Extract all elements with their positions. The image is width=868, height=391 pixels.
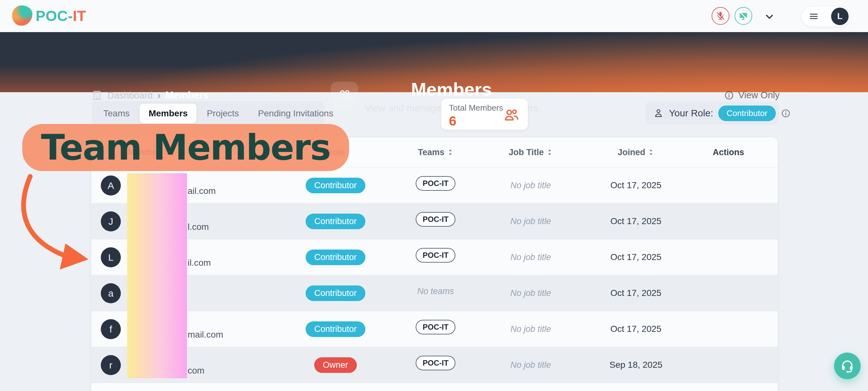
team-members-callout-text: Team Members: [41, 127, 330, 168]
your-role-label: Your Role:: [669, 108, 713, 119]
team-badge: POC-IT: [415, 356, 455, 370]
users-icon: [503, 107, 520, 123]
arrow-annotation-icon: [9, 165, 105, 273]
job-title: No job title: [510, 181, 551, 190]
joined-date: Sep 18, 2025: [610, 360, 662, 370]
chevron-down-icon: [764, 11, 775, 22]
job-title: No job title: [510, 217, 551, 226]
sort-icon: [546, 149, 553, 156]
joined-date: Oct 17, 2025: [611, 216, 661, 226]
mic-off-button[interactable]: [712, 7, 730, 25]
brand-logo-icon: [12, 5, 32, 26]
column-header-teams[interactable]: Teams: [418, 137, 454, 167]
info-icon: [724, 90, 734, 100]
role-badge: Owner: [314, 357, 357, 373]
breadcrumb-current: Members: [165, 90, 209, 101]
redaction-gradient-overlay: [127, 173, 187, 378]
total-members-card: Total Members 6: [441, 99, 528, 130]
page-title: Members: [411, 78, 492, 100]
nav-expand-button[interactable]: [763, 9, 776, 24]
sort-icon: [648, 149, 654, 156]
users-icon: [337, 88, 352, 103]
menu-icon: [809, 11, 819, 22]
avatar: a: [101, 283, 121, 303]
table-row[interactable]: J l.com Contributor POC-IT No job title …: [91, 203, 778, 239]
team-badge: No teams: [417, 286, 454, 296]
brand-name[interactable]: POC-IT: [36, 0, 86, 32]
role-badge: Contributor: [306, 286, 365, 301]
table-row[interactable]: a Contributor No teams No job title Oct …: [91, 275, 778, 311]
brand-name-primary: POC-: [36, 8, 73, 24]
joined-date: Oct 17, 2025: [611, 288, 661, 298]
organization-icon: [91, 90, 103, 101]
avatar: f: [101, 319, 121, 339]
tab-projects[interactable]: Projects: [198, 104, 248, 123]
support-fab[interactable]: [834, 353, 861, 379]
tab-members[interactable]: Members: [140, 104, 196, 123]
table-body: A ail.com Contributor POC-IT No job titl…: [91, 167, 778, 383]
table-row[interactable]: L il.com Contributor POC-IT No job title…: [91, 239, 778, 275]
view-only-label: View Only: [738, 90, 780, 100]
person-icon: [653, 108, 664, 119]
member-email: l.com: [188, 222, 209, 232]
headset-icon: [840, 359, 855, 373]
role-badge: Contributor: [306, 250, 365, 265]
mic-off-icon: [715, 11, 725, 21]
job-title: No job title: [510, 252, 551, 262]
job-title: No job title: [510, 324, 551, 334]
team-members-callout: Team Members: [22, 124, 349, 171]
your-role-badge: Contributor: [718, 105, 776, 121]
joined-date: Oct 17, 2025: [611, 324, 661, 334]
table-row[interactable]: f mail.com Contributor POC-IT No job tit…: [91, 311, 778, 347]
brand-name-secondary: IT: [73, 8, 86, 24]
column-header-actions: Actions: [713, 137, 744, 167]
breadcrumb-dashboard-link[interactable]: Dashboard: [107, 90, 153, 101]
breadcrumb-separator: ›: [157, 90, 161, 101]
account-menu[interactable]: L: [801, 6, 850, 27]
team-badge: POC-IT: [415, 212, 455, 227]
top-nav: POC-IT: [0, 0, 868, 32]
view-only-indicator: View Only: [724, 90, 780, 100]
members-table: MemberRoleTeamsJob TitleJoinedActions A …: [91, 137, 778, 391]
joined-date: Oct 17, 2025: [611, 252, 661, 262]
member-email: com: [188, 365, 205, 376]
tab-teams[interactable]: Teams: [94, 104, 138, 123]
info-icon[interactable]: [781, 108, 791, 118]
role-badge: Contributor: [306, 214, 365, 229]
role-badge: Contributor: [306, 321, 365, 337]
section-tabs: TeamsMembersProjectsPending Invitations: [91, 101, 324, 126]
table-row[interactable]: r com Owner POC-IT No job title Sep 18, …: [91, 347, 778, 383]
role-badge: Contributor: [306, 178, 365, 193]
job-title: No job title: [510, 360, 551, 370]
screen-share-off-icon: [738, 11, 748, 21]
team-badge: POC-IT: [415, 320, 455, 334]
job-title: No job title: [510, 288, 551, 298]
your-role-box: Your Role: Contributor: [645, 102, 778, 125]
breadcrumb: Dashboard › Members: [91, 88, 209, 103]
member-email: il.com: [188, 258, 211, 268]
member-email: ail.com: [188, 186, 216, 196]
sort-icon: [447, 149, 454, 156]
column-header-job-title[interactable]: Job Title: [509, 137, 553, 167]
team-badge: POC-IT: [415, 176, 455, 191]
tab-pending-invitations[interactable]: Pending Invitations: [249, 104, 342, 123]
page-header: Dashboard › Members Members View and man…: [0, 32, 868, 92]
column-header-joined[interactable]: Joined: [617, 137, 654, 167]
screen-share-off-button[interactable]: [735, 7, 752, 25]
user-avatar[interactable]: L: [831, 8, 848, 25]
avatar: r: [101, 355, 121, 375]
page: POC-IT: [0, 0, 868, 391]
team-badge: POC-IT: [415, 248, 455, 263]
member-email: mail.com: [188, 330, 223, 340]
table-row[interactable]: A ail.com Contributor POC-IT No job titl…: [91, 167, 778, 203]
joined-date: Oct 17, 2025: [611, 180, 661, 190]
